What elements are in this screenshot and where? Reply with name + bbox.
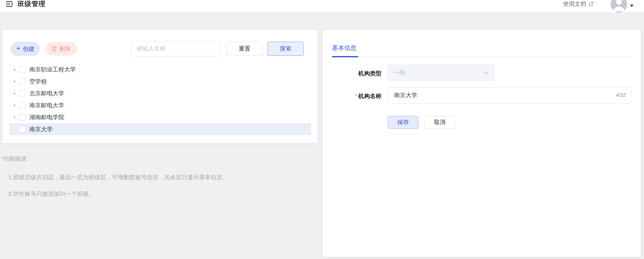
delete-button-label: 删除: [59, 45, 71, 53]
tree-label: 南京大学: [29, 125, 53, 133]
plus-icon: +: [16, 45, 20, 52]
cancel-button-label: 取消: [434, 118, 446, 126]
expand-caret-icon[interactable]: [14, 116, 16, 119]
tab-basic-info[interactable]: 基本信息: [332, 44, 356, 52]
tab-divider: [332, 57, 631, 57]
search-input[interactable]: [131, 41, 221, 56]
save-button[interactable]: 保存: [388, 116, 419, 129]
tree-row[interactable]: 南京邮电大学: [9, 99, 311, 111]
docs-link-label: 使用文档: [563, 0, 586, 8]
caret-down-icon[interactable]: [630, 5, 634, 7]
tree: 南京职业工程大学 空学校 北京邮电大学 南京邮电大学 湖南邮电学院 南京大学: [2, 63, 318, 135]
delete-button[interactable]: 删除: [45, 42, 77, 55]
save-button-label: 保存: [397, 118, 409, 126]
org-type-label: 机构类型: [323, 70, 382, 78]
tree-checkbox[interactable]: [19, 114, 25, 120]
cancel-button[interactable]: 取消: [424, 116, 455, 129]
expand-caret-icon[interactable]: [14, 80, 16, 83]
tree-row[interactable]: 湖南邮电学院: [9, 111, 311, 123]
expand-caret-icon[interactable]: [14, 92, 16, 95]
note-line: 1.班级层级共四层，最后一层为班级层，可增删查账号信息，其余层只显示基本信息。: [8, 173, 228, 181]
tree-label: 南京职业工程大学: [29, 66, 76, 74]
reset-button-label: 重置: [239, 45, 251, 53]
notes-lines: 1.班级层级共四层，最后一层为班级层，可增删查账号信息，其余层只显示基本信息。2…: [8, 173, 228, 207]
docs-link[interactable]: 使用文档: [563, 0, 594, 8]
org-name-label: *机构名称: [323, 92, 382, 100]
reset-button[interactable]: 重置: [226, 42, 263, 56]
tree-row[interactable]: 空学校: [9, 75, 311, 87]
tree-row[interactable]: 北京邮电大学: [9, 87, 311, 99]
tree-checkbox[interactable]: [19, 66, 25, 73]
tree-row[interactable]: 南京大学: [9, 123, 311, 135]
tree-checkbox[interactable]: [19, 126, 25, 132]
tree-checkbox[interactable]: [19, 78, 25, 85]
external-link-icon: [588, 2, 594, 7]
detail-panel: 基本信息 机构类型 一级 *机构名称 4/32 保存 取消: [323, 30, 641, 257]
tree-row[interactable]: 南京职业工程大学: [9, 63, 311, 75]
app-header: 班级管理 使用文档: [0, 0, 644, 12]
org-tree-panel: + 创建 删除 重置 搜索 南京职业工程大学 空学校 北京邮电大学 南京邮电大学…: [2, 30, 318, 143]
org-type-value: 一级: [393, 69, 483, 77]
search-button-label: 搜索: [280, 45, 292, 53]
tree-label: 南京邮电大学: [29, 101, 64, 109]
create-button-label: 创建: [23, 45, 34, 53]
user-avatar-icon[interactable]: [611, 0, 627, 13]
org-name-label-text: 机构名称: [358, 93, 382, 99]
active-tab-indicator: [332, 56, 358, 57]
expand-caret-icon[interactable]: [14, 68, 16, 71]
notes-heading: *功能描述:: [1, 155, 28, 163]
note-line: 2.学生账号只能添加到一个班级。: [8, 190, 228, 198]
tree-label: 空学校: [29, 78, 47, 86]
search-button[interactable]: 搜索: [267, 42, 304, 56]
org-name-field: 4/32: [388, 87, 631, 104]
tree-label: 北京邮电大学: [29, 90, 64, 97]
tree-checkbox[interactable]: [19, 102, 25, 109]
create-button[interactable]: + 创建: [11, 42, 39, 55]
tree-label: 湖南邮电学院: [29, 113, 64, 121]
char-counter: 4/32: [616, 92, 626, 98]
org-name-input[interactable]: [394, 92, 613, 99]
expand-caret-icon[interactable]: [14, 104, 16, 107]
org-type-select[interactable]: 一级: [388, 64, 495, 81]
required-mark: *: [355, 93, 357, 99]
chevron-down-icon: [483, 71, 489, 74]
trash-icon: [52, 46, 57, 52]
page-title: 班级管理: [17, 0, 46, 9]
collapse-menu-icon[interactable]: [6, 1, 13, 7]
tree-checkbox[interactable]: [19, 90, 25, 97]
